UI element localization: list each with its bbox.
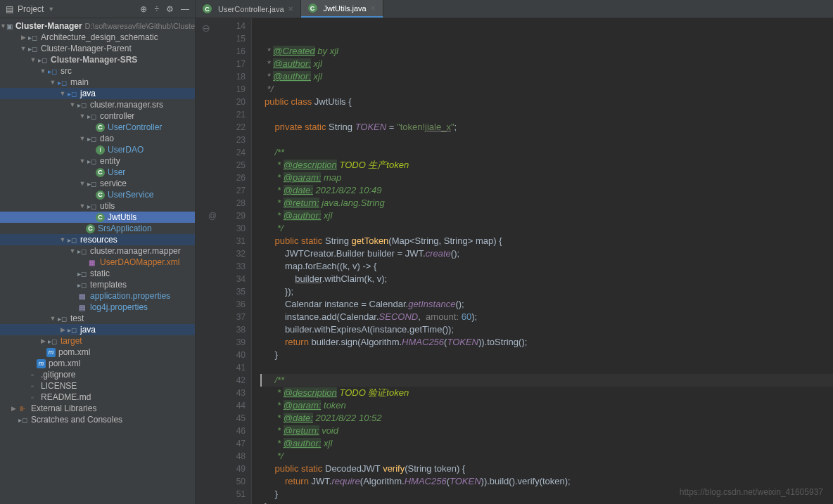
tree-item-license[interactable]: ▫LICENSE	[0, 380, 195, 392]
tree-item-application-properties[interactable]: ▤application.properties	[0, 290, 195, 302]
code-editor[interactable]: * @Created by xjl * @author: xjl * @auth…	[252, 18, 833, 504]
expand-arrow-icon[interactable]: ▼	[39, 67, 46, 75]
fold-icon[interactable]: ⊖	[202, 22, 210, 34]
line-number[interactable]: 15	[217, 32, 246, 45]
expand-arrow-icon[interactable]: ▼	[79, 157, 86, 164]
expand-icon[interactable]: ÷	[154, 4, 159, 14]
line-number[interactable]: 19	[217, 83, 246, 96]
line-number[interactable]: 18	[217, 70, 246, 83]
tree-item-controller[interactable]: ▼▸◻controller	[0, 110, 195, 122]
code-line[interactable]: return builder.sign(Algorithm.HMAC256(TO…	[260, 336, 833, 349]
line-number[interactable]: 45	[217, 412, 246, 425]
tree-item-templates[interactable]: ▸◻templates	[0, 279, 195, 290]
tree-item-user[interactable]: CUser	[0, 167, 195, 178]
line-number[interactable]: 34	[217, 273, 246, 285]
tree-item--gitignore[interactable]: ▫.gitignore	[0, 369, 195, 380]
tree-item-java[interactable]: ▼▸◻java	[0, 88, 195, 99]
code-line[interactable]: * @Created by xjl	[260, 45, 833, 58]
tree-item-resources[interactable]: ▼▸◻resources	[0, 234, 195, 245]
code-line[interactable]: */	[260, 222, 833, 235]
expand-arrow-icon[interactable]: ▼	[79, 135, 86, 142]
code-line[interactable]: * @return: void	[260, 425, 833, 437]
line-number[interactable]: 39	[217, 336, 246, 349]
line-number[interactable]: 48	[217, 450, 246, 463]
code-line[interactable]: });	[260, 285, 833, 298]
code-line[interactable]	[260, 134, 833, 146]
expand-arrow-icon[interactable]: ▼	[69, 247, 76, 254]
code-line[interactable]: public class JwtUtils {	[260, 96, 833, 108]
expand-arrow-icon[interactable]: ▼	[79, 112, 86, 119]
expand-arrow-icon[interactable]: ▶	[59, 326, 66, 333]
code-line[interactable]: * @author: xjl	[260, 209, 833, 222]
code-line[interactable]: * @date: 2021/8/22 10:49	[260, 184, 833, 197]
code-line[interactable]: /**	[260, 146, 833, 159]
tree-item-cluster-manager-mapper[interactable]: ▼▸◻cluster.manager.mapper	[0, 245, 195, 257]
code-line[interactable]: * @description TODO 验证token	[260, 387, 833, 399]
tree-item-entity[interactable]: ▼▸◻entity	[0, 155, 195, 167]
code-line[interactable]: }	[260, 349, 833, 361]
line-number[interactable]: 26	[217, 172, 246, 184]
expand-arrow-icon[interactable]: ▼	[30, 56, 37, 63]
line-number[interactable]: 47	[217, 437, 246, 450]
line-number[interactable]: 29@	[217, 209, 246, 222]
expand-arrow-icon[interactable]: ▼	[49, 79, 56, 86]
line-number[interactable]: 37	[217, 311, 246, 323]
tree-item-pom-xml[interactable]: mpom.xml	[0, 347, 195, 358]
close-icon[interactable]: ✕	[370, 4, 376, 12]
tree-item-cluster-manager-srs[interactable]: ▼▸◻cluster.manager.srs	[0, 99, 195, 110]
line-number[interactable]: 44	[217, 399, 246, 412]
line-number[interactable]: 41	[217, 361, 246, 374]
tree-item-jwtutils[interactable]: CJwtUtils	[0, 212, 195, 223]
code-line[interactable]: * @date: 2021/8/22 10:52	[260, 412, 833, 425]
tree-item-userservice[interactable]: CUserService	[0, 189, 195, 200]
code-line[interactable]: * @param: token	[260, 399, 833, 412]
expand-arrow-icon[interactable]: ▶	[20, 34, 27, 41]
tree-item-log4j-properties[interactable]: ▤log4j.properties	[0, 302, 195, 313]
line-number[interactable]: 46	[217, 425, 246, 437]
line-number[interactable]: 43	[217, 387, 246, 399]
code-line[interactable]: * @author: xjl	[260, 70, 833, 83]
line-number[interactable]: 28	[217, 197, 246, 209]
project-title[interactable]: Project	[18, 4, 44, 14]
tree-item-dao[interactable]: ▼▸◻dao	[0, 133, 195, 144]
code-line[interactable]: * @description TODO 生产token	[260, 159, 833, 172]
tree-item-cluster-manager-srs[interactable]: ▼▸◻Cluster-Manager-SRS	[0, 54, 195, 65]
code-line[interactable]: /**	[260, 374, 833, 387]
line-number[interactable]: 24	[217, 146, 246, 159]
code-line[interactable]: */	[260, 83, 833, 96]
line-number[interactable]: 16	[217, 45, 246, 58]
line-number[interactable]: 35	[217, 285, 246, 298]
tree-item-cluster-manager-parent[interactable]: ▼▸◻Cluster-Manager-Parent	[0, 43, 195, 54]
project-tree[interactable]: ▼▣Cluster-ManagerD:\softwaresavfile\Gith…	[0, 18, 195, 504]
line-number[interactable]: 31	[217, 235, 246, 247]
tree-item-static[interactable]: ▸◻static	[0, 268, 195, 279]
tree-root[interactable]: ▼▣Cluster-ManagerD:\softwaresavfile\Gith…	[0, 20, 195, 32]
line-number[interactable]: 20	[217, 96, 246, 108]
tree-item-scratches-and-consoles[interactable]: ▸◻Scratches and Consoles	[0, 414, 195, 425]
line-number[interactable]: 30	[217, 222, 246, 235]
dropdown-icon[interactable]: ▼	[48, 6, 54, 13]
expand-arrow-icon[interactable]: ▼	[59, 90, 66, 97]
tree-item-architecture-design-schematic[interactable]: ▶▸◻Architecture_design_schematic	[0, 32, 195, 43]
tree-item-test[interactable]: ▼▸◻test	[0, 313, 195, 324]
settings-icon[interactable]: ⚙	[166, 4, 174, 14]
tree-item-readme-md[interactable]: ▫README.md	[0, 392, 195, 403]
code-line[interactable]: * @param: map	[260, 172, 833, 184]
tab-usercontroller-java[interactable]: CUserController.java✕	[196, 0, 301, 18]
tab-jwtutils-java[interactable]: CJwtUtils.java✕	[301, 0, 383, 18]
code-line[interactable]: map.forEach((k, v) -> {	[260, 260, 833, 273]
line-number[interactable]: 25	[217, 159, 246, 172]
code-line[interactable]: public static DecodedJWT verify(String t…	[260, 463, 833, 475]
code-line[interactable]	[260, 361, 833, 374]
line-number[interactable]: 49	[217, 463, 246, 475]
code-line[interactable]: JWTCreator.Builder builder = JWT.create(…	[260, 247, 833, 260]
tree-item-userdaomapper-xml[interactable]: ▦UserDAOMapper.xml	[0, 257, 195, 268]
line-number[interactable]: 38	[217, 323, 246, 336]
expand-arrow-icon[interactable]: ▼	[79, 180, 86, 187]
code-line[interactable]	[260, 108, 833, 121]
line-number[interactable]: 27	[217, 184, 246, 197]
line-number[interactable]: 33	[217, 260, 246, 273]
tree-item-service[interactable]: ▼▸◻service	[0, 178, 195, 189]
code-line[interactable]: instance.add(Calendar.SECOND, amount: 60…	[260, 311, 833, 323]
expand-arrow-icon[interactable]: ▶	[39, 337, 46, 344]
